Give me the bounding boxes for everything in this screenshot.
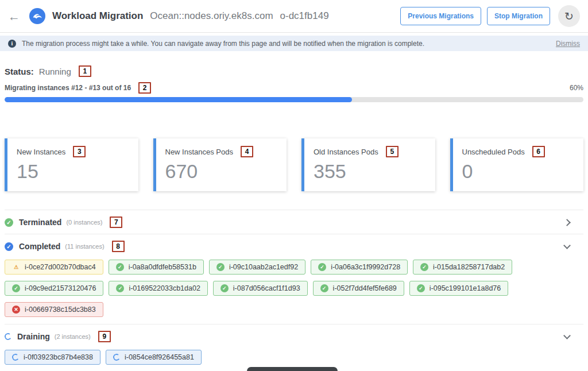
instance-chip: ✓i-0169522033cb1da02: [109, 281, 207, 296]
card-label: Old Instances Pods: [314, 148, 378, 156]
refresh-icon: ↻: [564, 10, 574, 23]
success-check-icon: ✓: [116, 263, 124, 271]
section-header-terminated[interactable]: ✓Terminated(0 instances)7: [5, 210, 583, 234]
instance-id: i-09c10aab2ac1edf92: [229, 263, 298, 271]
section-header-draining[interactable]: Draining(2 instances)9: [5, 324, 583, 348]
instance-chip: ✓i-0a8a0dfdfeb58531b: [109, 260, 204, 275]
instance-chip: i-0854ce8f926455a81: [106, 350, 202, 365]
section-title: Terminated: [19, 218, 61, 227]
section-count: (0 instances): [66, 219, 102, 226]
annotation-marker-5: 5: [386, 146, 399, 157]
stat-card-new-instances-pods: New Instances Pods4670: [153, 138, 287, 191]
instance-chip: ✓i-09c10aab2ac1edf92: [209, 260, 305, 275]
success-check-icon: ✓: [216, 263, 225, 271]
instance-id: i-0a8a0dfdfeb58531b: [129, 263, 196, 271]
status-value: Running: [39, 67, 71, 76]
instance-id: i-00669738c15dc3b83: [25, 306, 96, 314]
completed-check-icon: ✓: [5, 242, 13, 251]
instance-chip: ✓i-09c9ed21573120476: [5, 281, 103, 296]
stat-cards: New Instances315New Instances Pods4670Ol…: [5, 138, 583, 191]
refresh-button[interactable]: ↻: [558, 5, 580, 27]
card-top: New Instances3: [17, 146, 129, 157]
back-arrow-icon[interactable]: ←: [8, 10, 20, 22]
spinner-icon: [11, 353, 20, 361]
instance-chips: ⚠i-0ce27d002b70dbac4✓i-0a8a0dfdfeb58531b…: [5, 258, 583, 324]
instance-chip: ✓i-015da18258717dab2: [413, 260, 512, 275]
section-title: Draining: [17, 332, 50, 341]
stat-card-unscheduled-pods: Unscheduled Pods60: [450, 138, 584, 191]
instance-chip: ⚠i-0ce27d002b70dbac4: [5, 260, 103, 275]
info-banner: i The migration process might take a whi…: [0, 36, 588, 51]
chevron-down-icon[interactable]: [563, 242, 571, 249]
annotation-marker-4: 4: [241, 146, 253, 157]
instance-id: i-09c9ed21573120476: [25, 284, 96, 292]
card-value: 0: [462, 161, 575, 182]
sections: ✓Terminated(0 instances)7✓Completed(11 i…: [5, 210, 583, 371]
chevron-down-icon[interactable]: [563, 332, 571, 339]
success-check-icon: ✓: [12, 284, 20, 292]
instance-chip: ✓i-095c199101e1a8d76: [409, 281, 508, 296]
card-top: Unscheduled Pods6: [462, 146, 575, 157]
banner-message: The migration process might take a while…: [22, 40, 424, 48]
success-check-icon: ✓: [320, 284, 328, 292]
card-top: New Instances Pods4: [165, 146, 278, 157]
instance-id: i-087d056cacf1f1d93: [233, 284, 300, 292]
ocean-logo-icon: [29, 8, 45, 24]
instance-chip: ✓i-052f7dd4fef5fe689: [313, 281, 404, 296]
section-title: Completed: [19, 242, 60, 251]
annotation-marker-6: 6: [532, 146, 545, 157]
instance-id: i-0a06a3c1f9992d728: [331, 263, 400, 271]
annotation-marker-8: 8: [112, 241, 125, 252]
progress-percent: 60%: [570, 84, 583, 92]
instance-chip: i-0f03923bc87b4e838: [5, 350, 100, 365]
error-x-icon: ✕: [12, 306, 20, 314]
instance-id: i-0f03923bc87b4e838: [24, 353, 93, 361]
success-check-icon: ✓: [5, 218, 13, 227]
success-check-icon: ✓: [417, 284, 425, 292]
stat-card-old-instances-pods: Old Instances Pods5355: [301, 138, 435, 191]
instance-id: i-015da18258717dab2: [433, 263, 505, 271]
previous-migrations-button[interactable]: Previous Migrations: [400, 7, 481, 25]
annotation-marker-7: 7: [110, 217, 122, 228]
instance-id: i-0169522033cb1da02: [129, 284, 200, 292]
stat-card-new-instances: New Instances315: [5, 138, 138, 191]
progress-fill: [5, 97, 352, 102]
instance-chip: ✓i-087d056cacf1f1d93: [213, 281, 308, 296]
instance-id: i-0ce27d002b70dbac4: [25, 263, 96, 271]
annotation-marker-1: 1: [79, 65, 91, 77]
instance-id: i-052f7dd4fef5fe689: [333, 284, 397, 292]
annotation-marker-3: 3: [73, 146, 86, 157]
chevron-right-icon[interactable]: [563, 219, 571, 226]
card-label: Unscheduled Pods: [462, 148, 525, 156]
status-row: Status: Running 1: [5, 65, 583, 77]
info-icon: i: [8, 40, 16, 48]
card-label: New Instances: [17, 148, 65, 156]
page-title: Workload Migration: [52, 10, 143, 22]
status-label: Status:: [5, 67, 34, 76]
success-check-icon: ✓: [220, 284, 229, 292]
spinner-icon: [4, 333, 12, 341]
instance-chip: ✓i-0a06a3c1f9992d728: [311, 260, 408, 275]
instance-id: i-0854ce8f926455a81: [125, 353, 194, 361]
migrating-instances-text: Migrating instances #12 - #13 out of 16: [5, 84, 131, 92]
warning-triangle-icon: ⚠: [12, 263, 20, 271]
card-top: Old Instances Pods5: [314, 146, 426, 157]
instance-chip: ✕i-00669738c15dc3b83: [5, 302, 103, 317]
migration-progress-row: Migrating instances #12 - #13 out of 16 …: [5, 82, 583, 94]
success-check-icon: ✓: [116, 284, 124, 292]
spinner-icon: [113, 353, 121, 361]
annotation-marker-2: 2: [138, 82, 151, 94]
success-check-icon: ✓: [318, 263, 326, 271]
section-count: (2 instances): [55, 333, 91, 340]
section-header-completed[interactable]: ✓Completed(11 instances)8: [5, 234, 583, 258]
card-value: 15: [17, 161, 129, 182]
progress-bar: [5, 97, 583, 102]
ocean-id: o-dc1fb149: [280, 10, 329, 22]
success-check-icon: ✓: [420, 263, 428, 271]
page-header: ← Workload Migration Ocean::nodes.oriy.e…: [0, 0, 588, 33]
card-value: 670: [165, 161, 278, 182]
instance-id: i-095c199101e1a8d76: [430, 284, 501, 292]
dismiss-link[interactable]: Dismiss: [556, 40, 580, 48]
stop-migration-button[interactable]: Stop Migration: [487, 7, 550, 25]
annotation-marker-9: 9: [98, 331, 111, 342]
